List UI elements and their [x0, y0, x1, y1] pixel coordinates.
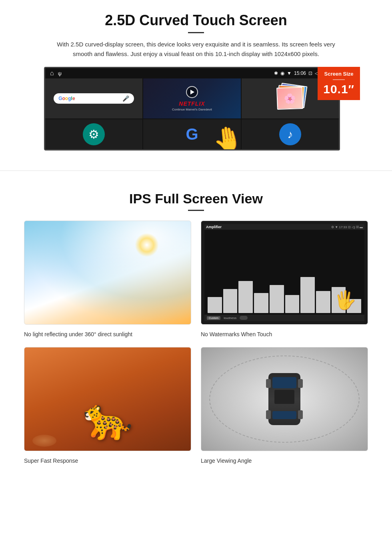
badge-size: 10.1″	[323, 82, 354, 96]
status-bar: ⌂ ψ ✱ ◉ ▼ 15:06 ⊡ ◁) ☒ ▬	[45, 68, 339, 78]
device-wrapper: Screen Size 10.1″ ⌂ ψ ✱ ◉ ▼ 15:06 ⊡ ◁)	[44, 67, 348, 151]
screen-size-badge: Screen Size 10.1″	[318, 67, 360, 100]
sunlight-image	[24, 221, 191, 325]
netflix-logo: NETFLIX	[172, 100, 212, 107]
sound-search-cell-content: ♪	[242, 119, 339, 149]
feature-amplifier: Amplifier ⚙ ▼ 17:33 ⊡ ◁) ☒ ▬ 🖐	[201, 221, 368, 337]
amp-footer: Custom loudness	[204, 315, 364, 321]
bluetooth-icon: ✱	[274, 70, 278, 76]
cheetah-icon: 🐆	[83, 395, 133, 443]
amplifier-caption: No Watermarks When Touch	[201, 331, 368, 337]
g-maps-logo: G	[186, 125, 198, 143]
feature-car: Large Viewing Angle	[201, 347, 368, 464]
app-grid: Google 🎤 Google 3 × 1	[45, 78, 339, 149]
curved-screen-section: 2.5D Curved Touch Screen With 2.5D curve…	[0, 0, 392, 159]
car-body	[268, 373, 300, 425]
sunlight-caption: No light reflecting under 360° direct su…	[24, 331, 191, 337]
eq-bar-4	[254, 293, 268, 313]
car-wheel-rear-left	[266, 410, 271, 419]
home-icon: ⌂	[50, 70, 54, 77]
ips-screen-section: IPS Full Screen View No light reflecting…	[0, 183, 392, 476]
sound-icon-circle: ♪	[279, 123, 301, 145]
camera-icon: ⊡	[308, 70, 312, 76]
car-rear-window	[272, 411, 296, 419]
music-note-icon: ♪	[287, 128, 293, 141]
sound-search-app-cell[interactable]: ♪ Sound Search 1 × 1	[242, 119, 339, 149]
amplifier-image: Amplifier ⚙ ▼ 17:33 ⊡ ◁) ☒ ▬ 🖐	[201, 221, 368, 325]
settings-app-cell[interactable]: ⚙ Settings shortcut 1 × 1	[45, 119, 142, 149]
car-windshield	[272, 377, 296, 388]
netflix-subtitle: Continue Marvel's Daredevil	[172, 108, 212, 111]
hand-pointing-icon: 🤚	[210, 122, 241, 149]
eq-bar-3	[238, 281, 253, 313]
play-triangle-icon	[190, 90, 194, 94]
amp-eq-area: 🖐	[204, 230, 364, 315]
sun-flare	[135, 233, 159, 257]
loudness-toggle[interactable]	[240, 316, 248, 320]
google-logo: Google	[58, 96, 75, 101]
flower-icon: 🌸	[284, 92, 296, 104]
car-wheel-rear-right	[298, 410, 303, 419]
settings-cell-content: ⚙	[45, 119, 142, 149]
netflix-play-button[interactable]	[186, 86, 198, 98]
google-cell-content: Google 🎤	[45, 78, 142, 118]
cheetah-image: 🐆	[24, 347, 191, 451]
wifi-icon: ▼	[287, 70, 292, 76]
eq-bar-5	[270, 285, 284, 313]
feature-sunlight: No light reflecting under 360° direct su…	[24, 221, 191, 337]
title-underline	[188, 32, 204, 33]
badge-line	[333, 79, 345, 80]
status-bar-left: ⌂ ψ	[50, 70, 62, 77]
dust-cloud	[32, 435, 56, 447]
eq-bar-8	[316, 291, 330, 313]
eq-bar-2	[223, 289, 238, 313]
share-location-cell-content: G 🤚	[143, 119, 240, 149]
car-caption: Large Viewing Angle	[201, 458, 368, 464]
photo-stack: 🌸	[274, 82, 306, 114]
netflix-cell-content: NETFLIX Continue Marvel's Daredevil	[143, 78, 240, 118]
location-icon: ◉	[280, 70, 284, 76]
amp-hand-icon: 🖐	[334, 289, 356, 311]
time-display: 15:06	[294, 70, 306, 76]
gear-icon: ⚙	[88, 127, 99, 141]
custom-button[interactable]: Custom	[207, 316, 220, 320]
photo-card-front: 🌸	[276, 87, 303, 110]
cheetah-caption: Super Fast Response	[24, 458, 191, 464]
settings-icon-circle: ⚙	[83, 123, 105, 145]
car-top-view	[268, 373, 300, 425]
netflix-app-cell[interactable]: NETFLIX Continue Marvel's Daredevil Netf…	[143, 78, 240, 118]
google-app-cell[interactable]: Google 🎤 Google 3 × 1	[45, 78, 142, 118]
eq-bar-6	[285, 295, 300, 313]
section1-title: 2.5D Curved Touch Screen	[24, 12, 368, 29]
eq-bar-1	[208, 297, 222, 313]
share-location-app-cell[interactable]: G 🤚 Share location 1 × 1	[143, 119, 240, 149]
badge-label: Screen Size	[323, 71, 354, 77]
eq-bar-7	[300, 277, 315, 313]
car-roof	[274, 390, 294, 404]
sun-rays	[24, 221, 191, 324]
loudness-label: loudness	[224, 316, 236, 320]
car-wheel-front-left	[266, 379, 271, 388]
section1-description: With 2.5D curved-display screen, this de…	[56, 40, 336, 59]
feature-grid: No light reflecting under 360° direct su…	[24, 221, 368, 464]
ips-title-underline	[188, 210, 204, 211]
section-divider	[0, 171, 392, 171]
amp-title: Amplifier	[206, 225, 222, 229]
usb-icon: ψ	[58, 70, 62, 76]
netflix-figure: NETFLIX Continue Marvel's Daredevil	[172, 86, 212, 111]
amp-icons: ⚙ ▼ 17:33 ⊡ ◁) ☒ ▬	[331, 225, 363, 229]
amp-header: Amplifier ⚙ ▼ 17:33 ⊡ ◁) ☒ ▬	[204, 224, 364, 230]
google-search-bar[interactable]: Google 🎤	[54, 93, 134, 104]
car-top-image	[201, 347, 368, 451]
device-screen: ⌂ ψ ✱ ◉ ▼ 15:06 ⊡ ◁) ☒ ▬	[44, 67, 340, 151]
feature-cheetah: 🐆 Super Fast Response	[24, 347, 191, 464]
car-wheel-front-right	[298, 379, 303, 388]
google-mic-icon[interactable]: 🎤	[122, 95, 129, 102]
section2-title: IPS Full Screen View	[24, 191, 368, 207]
